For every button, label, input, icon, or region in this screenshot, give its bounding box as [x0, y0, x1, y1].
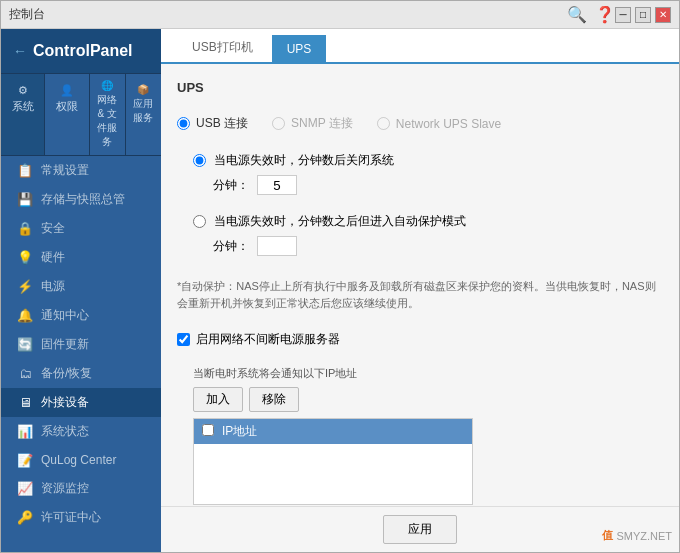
sidebar-item-resource-label: 资源监控 [41, 480, 89, 497]
close-button[interactable]: ✕ [655, 7, 671, 23]
minimize-button[interactable]: ─ [615, 7, 631, 23]
qulog-icon: 📝 [17, 452, 33, 468]
sidebar-item-status[interactable]: 📊 系统状态 [1, 417, 161, 446]
watermark-text: SMYZ.NET [616, 530, 672, 542]
option1-radio[interactable] [193, 154, 206, 167]
status-icon: 📊 [17, 424, 33, 440]
sidebar-logo: ← ControlPanel [1, 29, 161, 74]
nav-network[interactable]: 🌐 网络 & 文件服务 [90, 74, 126, 155]
sidebar-item-firmware-label: 固件更新 [41, 336, 89, 353]
ip-table: IP地址 [193, 418, 473, 505]
snmp-option-label: SNMP 连接 [291, 115, 353, 132]
network-icon: 🌐 [101, 80, 113, 91]
auto-protect-note: *自动保护：NAS停止上所有执行中服务及卸载所有磁盘区来保护您的资料。当供电恢复… [177, 278, 663, 311]
sidebar-item-license[interactable]: 🔑 许可证中心 [1, 503, 161, 532]
external-icon: 🖥 [17, 395, 33, 411]
minutes-input1[interactable] [257, 175, 297, 195]
sidebar-item-qulog[interactable]: 📝 QuLog Center [1, 446, 161, 474]
sidebar-item-external[interactable]: 🖥 外接设备 [1, 388, 161, 417]
sidebar-item-general-label: 常规设置 [41, 162, 89, 179]
network-ups-radio[interactable] [377, 117, 390, 130]
sidebar-item-general[interactable]: 📋 常规设置 [1, 156, 161, 185]
enable-ups-checkbox[interactable] [177, 333, 190, 346]
sidebar: ← ControlPanel ⚙ 系统 👤 权限 🌐 网络 [1, 29, 161, 552]
minutes-label1: 分钟： [213, 177, 249, 194]
backup-icon: 🗂 [17, 366, 33, 382]
nav-apps[interactable]: 📦 应用服务 [126, 74, 161, 155]
sidebar-item-resource[interactable]: 📈 资源监控 [1, 474, 161, 503]
ip-select-all[interactable] [202, 424, 214, 436]
sidebar-item-status-label: 系统状态 [41, 423, 89, 440]
usb-radio[interactable] [177, 117, 190, 130]
tab-bar: USB打印机 UPS [161, 29, 679, 64]
security-icon: 🔒 [17, 221, 33, 237]
nav-system[interactable]: ⚙ 系统 [1, 74, 45, 155]
option2-label: 当电源失效时，分钟数之后但进入自动保护模式 [214, 213, 466, 230]
apps-icon: 📦 [137, 84, 149, 95]
sidebar-item-license-label: 许可证中心 [41, 509, 101, 526]
sidebar-item-hardware[interactable]: 💡 硬件 [1, 243, 161, 272]
usb-option: USB 连接 [177, 115, 248, 132]
sidebar-item-security-label: 安全 [41, 220, 65, 237]
general-icon: 📋 [17, 163, 33, 179]
sidebar-item-backup[interactable]: 🗂 备份/恢复 [1, 359, 161, 388]
sidebar-item-power-label: 电源 [41, 278, 65, 295]
maximize-button[interactable]: □ [635, 7, 651, 23]
firmware-icon: 🔄 [17, 337, 33, 353]
sidebar-item-firmware[interactable]: 🔄 固件更新 [1, 330, 161, 359]
enable-ups-label: 启用网络不间断电源服务器 [196, 331, 340, 348]
network-ups-option: Network UPS Slave [377, 117, 501, 131]
power-fail-block1: 当电源失效时，分钟数后关闭系统 分钟： [193, 152, 663, 201]
ip-column-header: IP地址 [222, 423, 257, 440]
help-icon[interactable]: ❓ [595, 5, 615, 24]
sidebar-item-hardware-label: 硬件 [41, 249, 65, 266]
system-icon: ⚙ [18, 84, 28, 97]
snmp-option: SNMP 连接 [272, 115, 353, 132]
app-name: ControlPanel [33, 42, 133, 60]
nav-permissions-label: 权限 [56, 99, 78, 114]
ip-notify-label: 当断电时系统将会通知以下IP地址 [193, 366, 663, 381]
search-icon[interactable]: 🔍 [567, 5, 587, 24]
notifications-icon: 🔔 [17, 308, 33, 324]
apply-button[interactable]: 应用 [383, 515, 457, 544]
window-title: 控制台 [9, 6, 567, 23]
license-icon: 🔑 [17, 510, 33, 526]
right-panel: USB打印机 UPS UPS USB 连接 SNMP 连接 [161, 29, 679, 552]
tab-usb-printer[interactable]: USB打印机 [177, 32, 268, 62]
option1-label: 当电源失效时，分钟数后关闭系统 [214, 152, 394, 169]
sidebar-nav: ⚙ 系统 👤 权限 🌐 网络 & 文件服务 📦 应用服务 [1, 74, 161, 552]
sidebar-item-backup-label: 备份/恢复 [41, 365, 92, 382]
main-window: 控制台 🔍 ❓ ─ □ ✕ ← ControlPanel ⚙ 系统 [0, 0, 680, 553]
usb-option-label: USB 连接 [196, 115, 248, 132]
permissions-icon: 👤 [60, 84, 74, 97]
nav-permissions[interactable]: 👤 权限 [45, 74, 89, 155]
option2-radio[interactable] [193, 215, 206, 228]
hardware-icon: 💡 [17, 250, 33, 266]
sidebar-item-storage-label: 存储与快照总管 [41, 191, 125, 208]
remove-ip-button[interactable]: 移除 [249, 387, 299, 412]
sidebar-item-notifications[interactable]: 🔔 通知中心 [1, 301, 161, 330]
sidebar-item-qulog-label: QuLog Center [41, 453, 116, 467]
resource-icon: 📈 [17, 481, 33, 497]
sidebar-item-notifications-label: 通知中心 [41, 307, 89, 324]
panel-content: UPS USB 连接 SNMP 连接 Network UPS Slave [161, 64, 679, 506]
tab-ups[interactable]: UPS [272, 35, 327, 62]
ip-table-header: IP地址 [194, 419, 472, 444]
power-icon: ⚡ [17, 279, 33, 295]
sidebar-item-external-label: 外接设备 [41, 394, 89, 411]
sidebar-item-security[interactable]: 🔒 安全 [1, 214, 161, 243]
watermark: 值 SMYZ.NET [602, 528, 672, 543]
sidebar-item-storage[interactable]: 💾 存储与快照总管 [1, 185, 161, 214]
network-ups-label: Network UPS Slave [396, 117, 501, 131]
power-fail-block2: 当电源失效时，分钟数之后但进入自动保护模式 分钟： [193, 213, 663, 262]
snmp-radio[interactable] [272, 117, 285, 130]
back-arrow-icon[interactable]: ← [13, 43, 27, 59]
add-ip-button[interactable]: 加入 [193, 387, 243, 412]
nav-system-label: 系统 [12, 99, 34, 114]
sidebar-item-power[interactable]: ⚡ 电源 [1, 272, 161, 301]
title-bar: 控制台 🔍 ❓ ─ □ ✕ [1, 1, 679, 29]
nav-apps-label: 应用服务 [130, 97, 157, 125]
storage-icon: 💾 [17, 192, 33, 208]
minutes-input2[interactable] [257, 236, 297, 256]
ip-button-group: 加入 移除 [193, 387, 663, 412]
